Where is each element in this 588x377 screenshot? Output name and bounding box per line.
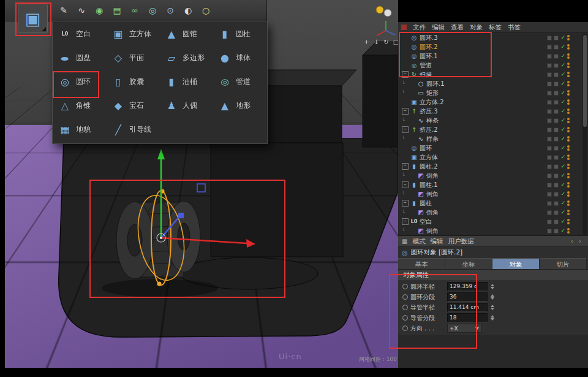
object-row[interactable]: ◎圆环.1✓ (398, 51, 588, 61)
menu-item-polygon[interactable]: ▱多边形 (159, 46, 213, 70)
object-row[interactable]: ◎圆环✓ (398, 143, 588, 153)
pen-tool-button[interactable]: ✎ (56, 3, 71, 18)
layer-toggle[interactable] (554, 192, 559, 197)
step-down-icon[interactable] (491, 287, 494, 289)
enabled-check-icon[interactable]: ✓ (560, 164, 565, 169)
layer-toggle[interactable] (547, 137, 552, 142)
visibility-dots[interactable] (567, 200, 570, 206)
maximize-view-icon[interactable]: □ (392, 38, 398, 46)
freehand-tool-button[interactable]: ∿ (74, 3, 89, 18)
enabled-check-icon[interactable]: ✓ (560, 191, 565, 197)
object-row[interactable]: ▣立方体.2✓ (398, 97, 588, 107)
object-row[interactable]: └▭矩形✓ (398, 88, 588, 97)
attribute-tab[interactable]: 对象 (492, 258, 540, 269)
value-input[interactable]: 129.359 c (447, 282, 488, 291)
layer-toggle[interactable] (547, 54, 552, 59)
scrollbar-thumb[interactable] (583, 35, 587, 127)
enabled-check-icon[interactable]: ✓ (560, 109, 565, 114)
history-arrows-icon[interactable]: ‹ › (571, 238, 583, 245)
enabled-check-icon[interactable]: ✓ (560, 90, 565, 96)
layer-toggle[interactable] (554, 82, 559, 86)
object-row[interactable]: └◩倒角✓ (398, 189, 588, 199)
enabled-check-icon[interactable]: ✓ (560, 182, 565, 188)
step-down-icon[interactable] (491, 318, 494, 321)
menu-item-capsule[interactable]: ▯胶囊 (106, 70, 159, 94)
menu-item-null[interactable]: L0空白 (53, 22, 106, 46)
value-input[interactable]: 11.414 cm (447, 303, 488, 312)
dolly-view-icon[interactable]: ↓ (372, 38, 380, 46)
mode-item[interactable]: 模式 (412, 237, 425, 246)
layer-toggle[interactable] (547, 210, 552, 215)
layer-toggle[interactable] (554, 229, 559, 234)
value-stepper[interactable] (491, 315, 494, 321)
layer-toggle[interactable] (554, 164, 559, 169)
layer-toggle[interactable] (554, 109, 559, 114)
enabled-check-icon[interactable]: ✓ (560, 228, 565, 234)
menu-item-oiltank[interactable]: ▮油桶 (159, 70, 213, 94)
enabled-check-icon[interactable]: ✓ (560, 44, 565, 50)
object-row[interactable]: └◩倒角✓ (398, 208, 588, 217)
expand-toggle[interactable]: – (402, 218, 409, 225)
object-row[interactable]: ◎圆环.3✓ (398, 33, 588, 42)
value-stepper[interactable] (491, 284, 494, 289)
step-down-icon[interactable] (491, 297, 494, 300)
layer-toggle[interactable] (554, 54, 559, 59)
layer-toggle[interactable] (547, 82, 552, 86)
instance-tool-button[interactable]: ◎ (145, 3, 160, 18)
layer-toggle[interactable] (554, 72, 559, 77)
layer-toggle[interactable] (547, 36, 552, 40)
pan-view-icon[interactable]: + (363, 38, 371, 46)
primitive-cube-button[interactable]: ▣ (18, 4, 48, 33)
menu-item-cone[interactable]: ▲圆锥 (159, 22, 213, 46)
menu-item-gem[interactable]: ◆宝石 (106, 94, 159, 118)
object-row[interactable]: ▣立方体✓ (398, 153, 588, 162)
layer-toggle[interactable] (554, 118, 559, 123)
enabled-check-icon[interactable]: ✓ (560, 35, 565, 40)
layer-toggle[interactable] (554, 201, 559, 206)
menu-item-torus[interactable]: ◎圆环 (53, 70, 106, 94)
expand-toggle[interactable]: – (402, 200, 409, 207)
layer-toggle[interactable] (547, 229, 552, 234)
keyframe-dot-icon[interactable] (402, 305, 408, 310)
enabled-check-icon[interactable]: ✓ (560, 136, 565, 142)
visibility-dots[interactable] (567, 99, 570, 105)
om-menu-item[interactable]: 对象 (470, 23, 483, 32)
layer-toggle[interactable] (547, 173, 552, 178)
step-up-icon[interactable] (491, 294, 494, 297)
layer-toggle[interactable] (547, 45, 552, 50)
expand-toggle[interactable]: – (402, 71, 409, 78)
visibility-dots[interactable] (567, 191, 570, 197)
layer-toggle[interactable] (554, 100, 559, 105)
om-menu-item[interactable]: 书签 (508, 23, 521, 32)
visibility-dots[interactable] (567, 35, 570, 40)
menu-item-tube[interactable]: ◎管道 (213, 70, 266, 94)
layer-toggle[interactable] (554, 219, 559, 224)
direction-dropdown[interactable]: +X (447, 324, 481, 333)
layer-toggle[interactable] (554, 45, 559, 50)
visibility-dots[interactable] (567, 109, 570, 114)
layer-toggle[interactable] (547, 155, 552, 160)
object-row[interactable]: ◎圆环.2✓ (398, 42, 588, 51)
expand-toggle[interactable]: – (402, 126, 409, 133)
attribute-tab[interactable]: 切片 (540, 258, 587, 269)
menu-item-pyramid[interactable]: △角锥 (53, 94, 106, 118)
object-row[interactable]: –▮圆柱.1✓ (398, 180, 588, 189)
menu-item-sphere[interactable]: ●球体 (213, 46, 266, 70)
boole-tool-button[interactable]: ⊙ (163, 3, 178, 18)
menu-item-landscape[interactable]: ▲地形 (213, 94, 266, 118)
step-up-icon[interactable] (491, 315, 494, 318)
object-row[interactable]: –↑挤压.3✓ (398, 107, 588, 116)
step-up-icon[interactable] (491, 305, 494, 307)
visibility-dots[interactable] (567, 72, 570, 77)
keyframe-dot-icon[interactable] (402, 294, 408, 300)
om-menu-item[interactable]: 编辑 (432, 23, 445, 32)
object-row[interactable]: └○圆环.1✓ (398, 79, 588, 88)
keyframe-dot-icon[interactable] (402, 326, 408, 331)
mode-item[interactable]: 编辑 (430, 237, 443, 246)
enabled-check-icon[interactable]: ✓ (560, 127, 565, 132)
visibility-dots[interactable] (567, 63, 570, 68)
layer-toggle[interactable] (547, 183, 552, 188)
visibility-dots[interactable] (567, 44, 570, 50)
visibility-dots[interactable] (567, 182, 570, 188)
object-row[interactable]: –L0空白✓ (398, 217, 588, 226)
